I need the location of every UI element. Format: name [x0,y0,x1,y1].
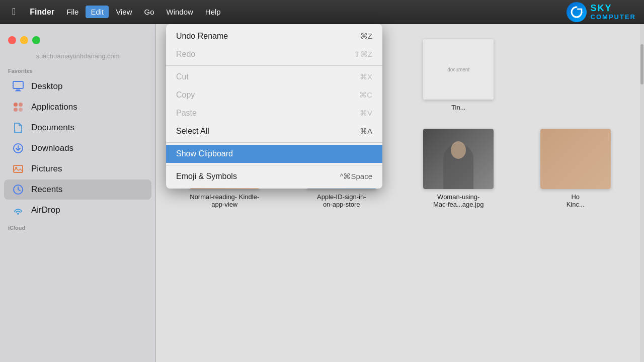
sidebar-item-airdrop[interactable]: AirDrop [4,200,151,220]
menu-separator [166,165,382,165]
list-item [522,39,629,119]
sidebar: suachuamaytinhdanang.com Favorites Deskt… [0,24,156,362]
close-button[interactable] [8,36,16,44]
list-item[interactable]: Woman-using-Mac-fea...age.jpg [405,129,512,208]
menubar:  Finder File Edit View Go Window Help S… [0,0,644,24]
sky-logo: SKY COMPUTER [567,2,636,22]
menu-shortcut: ⌘Z [360,32,372,41]
sidebar-item-label: Recents [31,185,62,195]
airdrop-icon [12,204,24,216]
menu-shortcut: ⌘X [360,72,372,81]
menu-item-label: Copy [176,90,195,100]
sidebar-item-downloads[interactable]: Downloads [4,138,151,158]
svg-point-3 [14,103,18,107]
sky-text: SKY [591,4,636,14]
svg-rect-2 [15,90,21,92]
scrollbar-thumb[interactable] [640,44,643,84]
svg-rect-0 [13,81,23,88]
sky-icon-svg [570,6,583,19]
sidebar-item-label: Desktop [31,81,62,92]
go-menu-item[interactable]: Go [139,6,159,18]
desktop-icon [12,80,24,93]
menu-item-label: Undo Rename [176,32,228,41]
sky-logo-text: SKY COMPUTER [591,4,636,21]
file-label: Apple-ID-sign-in-on-app-store [317,193,366,208]
file-label: Normal-reading- Kindle-app-view [189,193,260,208]
file-thumbnail: document [423,39,494,100]
favorites-label: Favorites [0,64,155,76]
image-preview [540,129,611,189]
edit-menu-dropdown: Undo Rename ⌘Z Redo ⇧⌘Z Cut ⌘X Copy ⌘C P… [166,24,382,189]
sidebar-item-recents[interactable]: Recents [4,179,151,200]
sky-logo-icon [567,2,587,22]
icloud-label: iCloud [0,221,155,233]
menu-shortcut: ⇧⌘Z [354,50,372,59]
computer-text: COMPUTER [591,14,636,21]
menu-item-label: Redo [176,50,195,59]
sidebar-item-label: Applications [31,102,77,112]
sidebar-item-label: AirDrop [31,205,60,215]
downloads-icon [12,142,24,154]
file-label: Woman-using-Mac-fea...age.jpg [433,193,484,208]
menu-item-label: Emoji & Symbols [176,172,237,181]
file-thumbnail [540,129,611,189]
list-item[interactable]: document Tin... [405,39,512,119]
menu-item-label: Cut [176,72,189,81]
sidebar-item-documents[interactable]: Documents [4,118,151,138]
svg-point-5 [14,108,18,112]
file-thumbnail [423,129,494,189]
applications-icon [12,101,24,113]
edit-menu-item[interactable]: Edit [86,6,109,18]
menu-shortcut: ⌘A [360,127,372,136]
menu-item-redo: Redo ⇧⌘Z [166,45,382,63]
svg-point-11 [17,213,19,215]
sidebar-item-pictures[interactable]: Pictures [4,159,151,179]
menu-item-cut: Cut ⌘X [166,68,382,86]
window-menu-item[interactable]: Window [162,6,198,18]
menu-item-undo[interactable]: Undo Rename ⌘Z [166,27,382,45]
view-menu-item[interactable]: View [111,6,137,18]
svg-rect-8 [14,165,23,172]
minimize-button[interactable] [20,36,28,44]
finder-menu-item[interactable]: Finder [25,6,59,19]
maximize-button[interactable] [32,36,40,44]
sidebar-item-label: Pictures [31,164,62,174]
menu-item-emoji[interactable]: Emoji & Symbols ^⌘Space [166,167,382,186]
menu-separator [166,142,382,143]
svg-rect-1 [16,89,20,90]
svg-point-6 [19,108,23,112]
menu-shortcut: ⌘V [360,109,372,118]
menu-shortcut: ^⌘Space [340,172,372,181]
scrollbar-track[interactable] [640,24,644,362]
menu-shortcut: ⌘C [359,90,372,100]
menu-item-paste: Paste ⌘V [166,104,382,122]
svg-point-4 [19,103,23,107]
menu-item-show-clipboard[interactable]: Show Clipboard [166,145,382,163]
menu-item-copy: Copy ⌘C [166,86,382,104]
list-item[interactable]: HoKinc... [522,129,629,208]
menu-separator [166,65,382,66]
sidebar-item-label: Downloads [31,143,73,153]
sidebar-item-desktop[interactable]: Desktop [4,76,151,97]
documents-icon [12,122,24,134]
menu-item-label: Select All [176,127,209,136]
menu-item-label: Show Clipboard [176,149,233,158]
apple-menu[interactable]:  [8,4,20,20]
recents-icon [12,184,24,196]
menu-item-label: Paste [176,109,197,118]
sidebar-watermark: suachuamaytinhdanang.com [0,52,155,64]
menu-item-select-all[interactable]: Select All ⌘A [166,122,382,140]
file-label: Tin... [451,104,465,111]
sidebar-item-label: Documents [31,123,74,133]
help-menu-item[interactable]: Help [200,6,226,18]
image-preview [423,129,494,189]
window-controls [0,30,155,52]
file-label: HoKinc... [567,193,585,208]
sidebar-item-applications[interactable]: Applications [4,97,151,117]
pictures-icon [12,163,24,175]
file-menu-item[interactable]: File [61,6,84,18]
